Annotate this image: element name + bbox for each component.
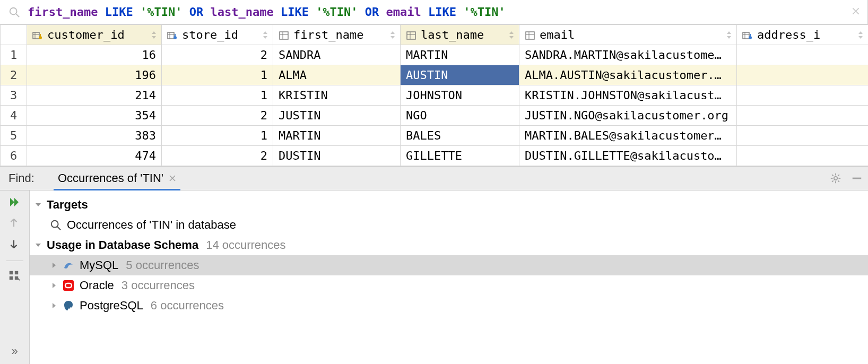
tree-count: 3 occurrences	[121, 279, 195, 292]
arrow-down-icon[interactable]	[8, 238, 22, 252]
cell-customer_id[interactable]: 474	[27, 146, 162, 166]
column-icon	[525, 30, 535, 41]
search-icon	[50, 219, 62, 231]
cell-last_name[interactable]: GILLETTE	[401, 146, 519, 166]
cell-first_name[interactable]: DUSTIN	[273, 146, 401, 166]
filter-bar: first_name LIKE '%TIN' OR last_name LIKE…	[0, 0, 868, 24]
column-header-email[interactable]: email	[519, 25, 737, 45]
cell-address_id[interactable]	[737, 126, 869, 146]
table-row[interactable]: 1162SANDRAMARTINSANDRA.MARTIN@sakilacust…	[1, 45, 869, 65]
primary-key-column-icon	[32, 30, 43, 41]
column-header-customer_id[interactable]: customer_id	[27, 25, 162, 45]
tree-node-targets-sub[interactable]: Occurrences of 'TIN' in database	[30, 215, 868, 235]
find-tab-label: Occurrences of 'TIN'	[58, 171, 163, 185]
sort-icon[interactable]	[151, 30, 157, 40]
column-header-label: first_name	[293, 28, 363, 41]
close-icon[interactable]	[852, 7, 862, 18]
cell-store_id[interactable]: 2	[162, 146, 273, 166]
cell-email[interactable]: ALMA.AUSTIN@sakilacustomer.…	[519, 65, 737, 85]
cell-first_name[interactable]: ALMA	[273, 65, 401, 85]
more-icon[interactable]: »	[11, 344, 18, 358]
cell-store_id[interactable]: 1	[162, 65, 273, 85]
svg-line-36	[838, 180, 839, 182]
svg-point-30	[834, 177, 837, 180]
cell-email[interactable]: JUSTIN.NGO@sakilacustomer.org	[519, 106, 737, 126]
column-header-last_name[interactable]: last_name	[401, 25, 519, 45]
column-icon	[406, 30, 416, 41]
mysql-icon	[63, 259, 74, 271]
tree-node-db[interactable]: PostgreSQL6 occurrences	[30, 296, 868, 316]
column-header-address_id[interactable]: address_i	[737, 25, 869, 45]
column-header-first_name[interactable]: first_name	[273, 25, 401, 45]
column-header-label: customer_id	[47, 28, 125, 41]
find-panel-header: Find: Occurrences of 'TIN'	[0, 166, 868, 190]
cell-last_name[interactable]: AUSTIN	[401, 65, 519, 85]
cell-email[interactable]: MARTIN.BALES@sakilacustomer…	[519, 126, 737, 146]
cell-address_id[interactable]	[737, 65, 869, 85]
table-row[interactable]: 64742DUSTINGILLETTEDUSTIN.GILLETTE@sakil…	[1, 146, 869, 166]
row-number: 1	[1, 45, 27, 65]
table-row[interactable]: 43542JUSTINNGOJUSTIN.NGO@sakilacustomer.…	[1, 106, 869, 126]
cell-last_name[interactable]: BALES	[401, 126, 519, 146]
row-number: 4	[1, 106, 27, 126]
cell-store_id[interactable]: 1	[162, 126, 273, 146]
filter-expression[interactable]: first_name LIKE '%TIN' OR last_name LIKE…	[28, 5, 852, 19]
cell-customer_id[interactable]: 196	[27, 65, 162, 85]
cell-store_id[interactable]: 2	[162, 106, 273, 126]
tree-node-db[interactable]: Oracle3 occurrences	[30, 275, 868, 296]
tree-node-usage[interactable]: Usage in Database Schema 14 occurrences	[30, 235, 868, 255]
tree-label: PostgreSQL	[80, 299, 143, 313]
cell-email[interactable]: KRISTIN.JOHNSTON@sakilacust…	[519, 85, 737, 106]
cell-last_name[interactable]: NGO	[401, 106, 519, 126]
group-by-icon[interactable]	[8, 270, 22, 283]
cell-customer_id[interactable]: 214	[27, 85, 162, 106]
svg-rect-14	[280, 32, 288, 39]
cell-last_name[interactable]: MARTIN	[401, 45, 519, 65]
cell-first_name[interactable]: MARTIN	[273, 126, 401, 146]
foreign-key-column-icon	[167, 30, 178, 41]
cell-store_id[interactable]: 2	[162, 45, 273, 65]
svg-rect-17	[407, 32, 415, 39]
rerun-icon[interactable]	[8, 196, 22, 210]
find-results-tree: Targets Occurrences of 'TIN' in database…	[30, 190, 868, 364]
svg-line-37	[838, 175, 839, 176]
tree-label: Targets	[47, 198, 88, 212]
arrow-up-icon[interactable]	[8, 217, 22, 231]
cell-email[interactable]: SANDRA.MARTIN@sakilacustome…	[519, 45, 737, 65]
sort-icon[interactable]	[857, 30, 864, 40]
cell-first_name[interactable]: JUSTIN	[273, 106, 401, 126]
cell-store_id[interactable]: 1	[162, 85, 273, 106]
svg-rect-9	[168, 32, 174, 39]
sort-icon[interactable]	[389, 30, 396, 40]
sort-icon[interactable]	[726, 30, 732, 40]
cell-customer_id[interactable]: 383	[27, 126, 162, 146]
tree-node-targets[interactable]: Targets	[30, 195, 868, 215]
gear-icon[interactable]	[830, 172, 841, 184]
cell-first_name[interactable]: SANDRA	[273, 45, 401, 65]
tree-node-db[interactable]: MySQL5 occurrences	[30, 255, 868, 275]
column-header-store_id[interactable]: store_id	[162, 25, 273, 45]
cell-address_id[interactable]	[737, 45, 869, 65]
svg-rect-41	[14, 271, 18, 274]
cell-customer_id[interactable]: 16	[27, 45, 162, 65]
tree-count: 5 occurrences	[126, 258, 199, 272]
cell-last_name[interactable]: JOHNSTON	[401, 85, 519, 106]
table-row[interactable]: 21961ALMAAUSTINALMA.AUSTIN@sakilacustome…	[1, 65, 869, 85]
table-row[interactable]: 53831MARTINBALESMARTIN.BALES@sakilacusto…	[1, 126, 869, 146]
minimize-icon[interactable]	[851, 172, 863, 184]
cell-email[interactable]: DUSTIN.GILLETTE@sakilacusto…	[519, 146, 737, 166]
close-icon[interactable]	[169, 175, 176, 182]
cell-first_name[interactable]: KRISTIN	[273, 85, 401, 106]
find-gutter: »	[0, 190, 30, 364]
cell-address_id[interactable]	[737, 85, 869, 106]
svg-line-38	[832, 180, 834, 182]
sort-icon[interactable]	[508, 30, 515, 40]
table-row[interactable]: 32141KRISTINJOHNSTONKRISTIN.JOHNSTON@sak…	[1, 85, 869, 106]
cell-address_id[interactable]	[737, 146, 869, 166]
sort-icon[interactable]	[262, 30, 268, 40]
oracle-icon	[63, 280, 74, 291]
cell-address_id[interactable]	[737, 106, 869, 126]
find-panel-body: » Targets Occurrences of 'TIN' in databa…	[0, 190, 868, 364]
find-tab[interactable]: Occurrences of 'TIN'	[54, 167, 180, 190]
cell-customer_id[interactable]: 354	[27, 106, 162, 126]
